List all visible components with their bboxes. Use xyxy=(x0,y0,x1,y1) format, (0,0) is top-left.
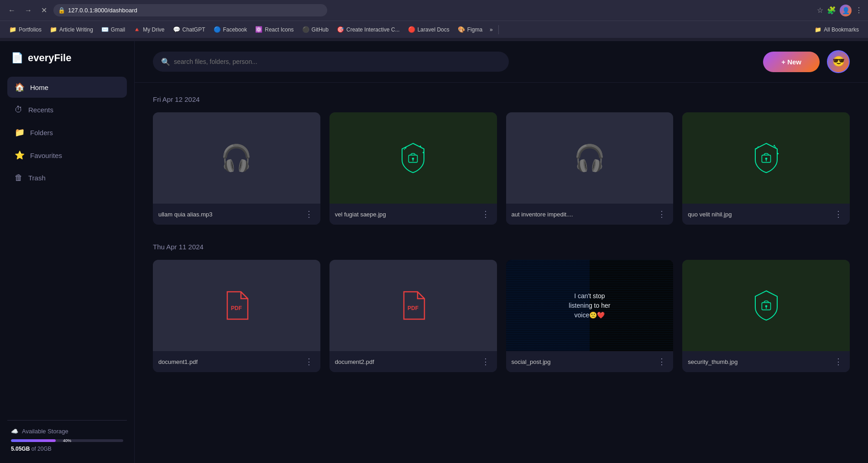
file-name-3: aut inventore impedit.... xyxy=(512,211,573,218)
laravel-icon: 🔴 xyxy=(408,26,415,33)
bookmark-label: Portfolios xyxy=(19,26,42,33)
new-button[interactable]: + New xyxy=(763,52,820,72)
profile-button[interactable]: 👤 xyxy=(840,5,852,16)
file-thumb-5: PDF xyxy=(153,260,320,351)
file-info-3: aut inventore impedit.... ⋮ xyxy=(506,204,674,225)
header-right: + New 😎 xyxy=(763,50,850,73)
bookmark-label: Laravel Docs xyxy=(418,26,450,33)
my-drive-icon: 🔺 xyxy=(133,26,141,33)
file-info-1: ullam quia alias.mp3 ⋮ xyxy=(153,204,320,225)
chatgpt-icon: 💬 xyxy=(173,26,180,33)
storage-bar-percent-label: 40% xyxy=(63,439,71,442)
all-bookmarks-button[interactable]: 📁 All Bookmarks xyxy=(811,25,863,34)
avatar-emoji: 😎 xyxy=(832,56,845,68)
lock-icon: 🔒 xyxy=(58,7,65,14)
bookmark-label: React Icons xyxy=(265,26,293,33)
home-icon: 🏠 xyxy=(15,82,25,92)
svg-text:PDF: PDF xyxy=(231,305,242,311)
back-button[interactable]: ← xyxy=(5,5,18,16)
more-button[interactable]: ⋮ xyxy=(855,6,863,15)
pdf-icon-1: PDF xyxy=(223,289,250,321)
sidebar-item-home[interactable]: 🏠 Home xyxy=(7,77,127,98)
extensions-button[interactable]: 🧩 xyxy=(827,6,836,15)
file-info-6: document2.pdf ⋮ xyxy=(329,351,497,372)
all-bookmarks-label: All Bookmarks xyxy=(824,26,859,33)
sidebar-item-favourites[interactable]: ⭐ Favourites xyxy=(7,145,127,166)
logo-icon: 📄 xyxy=(11,52,23,64)
gmail-icon: ✉️ xyxy=(101,26,109,33)
bookmark-laravel-docs[interactable]: 🔴 Laravel Docs xyxy=(404,25,453,34)
bookmark-create-interactive[interactable]: 🎯 Create Interactive C... xyxy=(333,25,403,34)
svg-point-5 xyxy=(423,152,424,153)
shield-lock-svg-1 xyxy=(395,140,431,176)
file-menu-btn-3[interactable]: ⋮ xyxy=(656,208,668,220)
bookmark-more-button[interactable]: » xyxy=(487,25,496,34)
bookmark-github[interactable]: ⚫ GitHub xyxy=(298,25,332,34)
bookmark-article-writing[interactable]: 📁 Article Writing xyxy=(46,25,97,34)
headphone-icon-2: 🎧 xyxy=(574,143,606,173)
file-menu-btn-8[interactable]: ⋮ xyxy=(832,356,844,368)
file-card-7[interactable]: I can't stop listening to her voice🙁❤️ s… xyxy=(506,260,674,372)
storage-cloud-icon: ☁️ xyxy=(11,428,18,435)
file-thumb-3: 🎧 xyxy=(506,112,674,204)
storage-total: 20GB xyxy=(37,446,52,452)
sidebar-label-trash: Trash xyxy=(28,174,46,182)
sidebar-label-recents: Recents xyxy=(28,106,53,114)
bookmark-label: Figma xyxy=(467,26,482,33)
file-card-1[interactable]: 🎧 ullam quia alias.mp3 ⋮ xyxy=(153,112,320,225)
address-input[interactable] xyxy=(53,4,327,16)
file-card-2[interactable]: vel fugiat saepe.jpg ⋮ xyxy=(329,112,497,225)
browser-chrome: ← → ✕ 🔒 ☆ 🧩 👤 ⋮ 📁 Portfolios 📁 Article W… xyxy=(0,0,868,41)
search-input[interactable] xyxy=(153,52,509,72)
headphone-icon-1: 🎧 xyxy=(220,143,252,173)
svg-point-13 xyxy=(777,153,779,154)
sidebar-item-folders[interactable]: 📁 Folders xyxy=(7,122,127,143)
browser-actions: ☆ 🧩 👤 ⋮ xyxy=(817,5,863,16)
file-menu-btn-6[interactable]: ⋮ xyxy=(480,356,492,368)
file-menu-btn-4[interactable]: ⋮ xyxy=(832,208,844,220)
shield-lock-svg-3 xyxy=(748,287,784,324)
bookmark-label: Gmail xyxy=(111,26,125,33)
bookmark-react-icons[interactable]: ⚛️ React Icons xyxy=(251,25,297,34)
file-menu-btn-5[interactable]: ⋮ xyxy=(303,356,315,368)
app-header: 🔍 + New 😎 xyxy=(135,41,868,83)
file-card-6[interactable]: PDF document2.pdf ⋮ xyxy=(329,260,497,372)
favourites-icon: ⭐ xyxy=(15,150,25,160)
folders-icon: 📁 xyxy=(15,127,25,137)
bookmarks-bar: 📁 Portfolios 📁 Article Writing ✉️ Gmail … xyxy=(0,21,868,38)
bookmark-gmail[interactable]: ✉️ Gmail xyxy=(98,25,129,34)
sidebar-item-recents[interactable]: ⏱ Recents xyxy=(7,100,127,120)
file-name-7: social_post.jpg xyxy=(512,358,551,365)
bookmark-facebook[interactable]: 🔵 Facebook xyxy=(210,25,251,34)
sidebar-divider xyxy=(7,420,127,421)
bookmark-chatgpt[interactable]: 💬 ChatGPT xyxy=(169,25,209,34)
bookmark-my-drive[interactable]: 🔺 My Drive xyxy=(130,25,168,34)
file-card-4[interactable]: quo velit nihil.jpg ⋮ xyxy=(682,112,850,225)
svg-point-1 xyxy=(412,158,414,160)
file-menu-btn-2[interactable]: ⋮ xyxy=(480,208,492,220)
bookmark-star-button[interactable]: ☆ xyxy=(817,6,823,15)
new-button-label: + New xyxy=(781,58,801,66)
browser-toolbar: ← → ✕ 🔒 ☆ 🧩 👤 ⋮ xyxy=(0,0,868,21)
storage-used: 5.05GB xyxy=(11,446,30,452)
forward-button[interactable]: → xyxy=(22,5,35,16)
storage-of-text: of xyxy=(31,446,37,452)
bookmark-label: Article Writing xyxy=(59,26,93,33)
search-wrapper: 🔍 xyxy=(153,52,509,72)
bookmark-portfolios[interactable]: 📁 Portfolios xyxy=(5,25,45,34)
bookmark-figma[interactable]: 🎨 Figma xyxy=(454,25,486,34)
file-card-5[interactable]: PDF document1.pdf ⋮ xyxy=(153,260,320,372)
sidebar-item-trash[interactable]: 🗑 Trash xyxy=(7,168,127,188)
storage-text: 5.05GB of 20GB xyxy=(11,446,123,452)
file-card-3[interactable]: 🎧 aut inventore impedit.... ⋮ xyxy=(506,112,674,225)
file-name-6: document2.pdf xyxy=(335,358,374,365)
file-menu-btn-1[interactable]: ⋮ xyxy=(303,208,315,220)
logo-text: everyFile xyxy=(28,52,71,64)
file-info-8: security_thumb.jpg ⋮ xyxy=(682,351,850,372)
user-avatar[interactable]: 😎 xyxy=(827,50,850,73)
search-icon: 🔍 xyxy=(161,58,170,66)
file-menu-btn-7[interactable]: ⋮ xyxy=(656,356,668,368)
close-tab-button[interactable]: ✕ xyxy=(38,4,50,16)
all-bookmarks-icon: 📁 xyxy=(815,26,821,33)
file-card-8[interactable]: security_thumb.jpg ⋮ xyxy=(682,260,850,372)
